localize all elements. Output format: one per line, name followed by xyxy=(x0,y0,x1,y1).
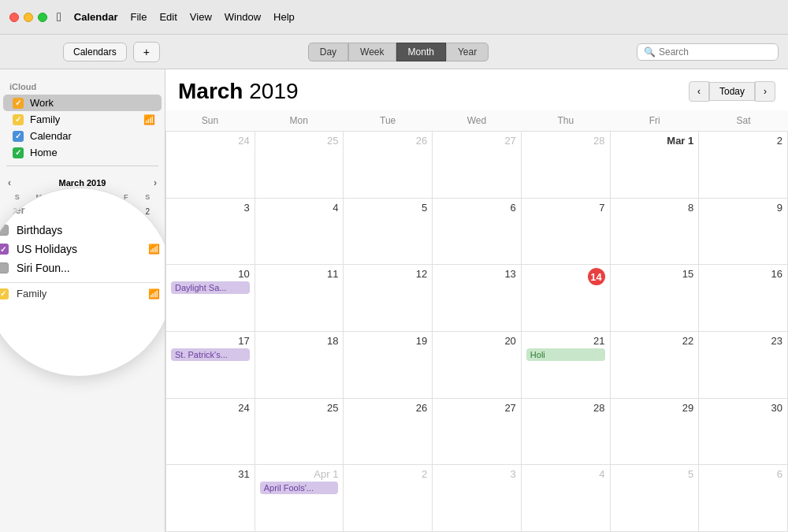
calendars-button[interactable]: Calendars xyxy=(63,43,127,61)
week-view-button[interactable]: Week xyxy=(348,43,396,61)
cal-cell-mar10[interactable]: 10 Daylight Sa... xyxy=(166,265,255,332)
search-box[interactable]: 🔍 xyxy=(637,43,779,61)
add-calendar-button[interactable]: + xyxy=(133,42,160,62)
cal-cell-mar20[interactable]: 20 xyxy=(433,332,522,399)
month-view-button[interactable]: Month xyxy=(396,43,446,61)
tooltip-item-us-holidays[interactable]: ✓ US Holidays 📶 xyxy=(0,240,160,259)
cal-cell-mar25[interactable]: 25 xyxy=(255,399,344,466)
sidebar-label-family: Family xyxy=(30,113,143,125)
calendar-header: March 2019 ‹ Today › xyxy=(165,69,788,110)
main-container: iCloud ✓ Work ✓ Family 📶 ✓ Calendar ✓ Ho… xyxy=(0,69,788,532)
tooltip-family-row: ✓ Family 📶 xyxy=(0,282,160,299)
traffic-lights xyxy=(9,13,47,22)
menu-help[interactable]: Help xyxy=(267,9,301,24)
cal-cell-mar28[interactable]: 28 xyxy=(522,399,611,466)
cal-cell-mar30[interactable]: 30 xyxy=(699,399,788,466)
menu-view[interactable]: View xyxy=(184,9,218,24)
cal-cell-apr3[interactable]: 3 xyxy=(433,465,522,532)
wifi-icon-family-tooltip: 📶 xyxy=(148,288,160,299)
cal-cell-feb25[interactable]: 25 xyxy=(255,132,344,199)
menu-bar:  Calendar File Edit View Window Help xyxy=(0,0,788,35)
cal-cell-mar16[interactable]: 16 xyxy=(699,265,788,332)
cal-cell-mar14[interactable]: 14 xyxy=(522,265,611,332)
cal-cell-mar7[interactable]: 7 xyxy=(522,199,611,266)
mini-cal-next[interactable]: › xyxy=(154,177,157,188)
event-daylight-saving[interactable]: Daylight Sa... xyxy=(171,281,250,294)
event-april-fools[interactable]: April Fools'... xyxy=(260,482,339,494)
menu-calendar[interactable]: Calendar xyxy=(68,9,125,24)
cal-cell-mar11[interactable]: 11 xyxy=(255,265,344,332)
sidebar-item-calendar[interactable]: ✓ Calendar xyxy=(3,128,162,144)
cal-cell-mar9[interactable]: 9 xyxy=(699,199,788,266)
cal-cell-mar27[interactable]: 27 xyxy=(433,399,522,466)
day-header-tue: Tue xyxy=(344,110,433,131)
apple-menu-icon[interactable]:  xyxy=(57,10,61,24)
next-month-button[interactable]: › xyxy=(755,81,775,102)
cal-cell-mar26[interactable]: 26 xyxy=(344,399,433,466)
wifi-icon-tooltip: 📶 xyxy=(148,244,160,255)
cal-cell-mar2[interactable]: 2 xyxy=(699,132,788,199)
close-button[interactable] xyxy=(9,13,19,22)
event-st-patricks[interactable]: St. Patrick's... xyxy=(171,348,250,361)
work-checkbox: ✓ xyxy=(13,98,24,109)
cal-cell-mar18[interactable]: 18 xyxy=(255,332,344,399)
menu-file[interactable]: File xyxy=(124,9,153,24)
mini-cal-prev[interactable]: ‹ xyxy=(8,177,11,188)
add-icon: + xyxy=(143,46,150,58)
cal-cell-feb28[interactable]: 28 xyxy=(522,132,611,199)
cal-cell-apr1[interactable]: Apr 1 April Fools'... xyxy=(255,465,344,532)
toolbar: Calendars + Day Week Month Year 🔍 xyxy=(0,35,788,69)
cal-cell-mar1[interactable]: Mar 1 xyxy=(611,132,700,199)
calendar-month: March xyxy=(178,79,243,103)
cal-cell-mar22[interactable]: 22 xyxy=(611,332,700,399)
menu-edit[interactable]: Edit xyxy=(153,9,183,24)
tooltip-family-checkbox: ✓ xyxy=(0,288,9,299)
cal-cell-mar8[interactable]: 8 xyxy=(611,199,700,266)
cal-cell-mar23[interactable]: 23 xyxy=(699,332,788,399)
fullscreen-button[interactable] xyxy=(38,13,47,22)
cal-cell-mar6[interactable]: 6 xyxy=(433,199,522,266)
cal-cell-mar17[interactable]: 17 St. Patrick's... xyxy=(166,332,255,399)
cal-cell-apr2[interactable]: 2 xyxy=(344,465,433,532)
cal-cell-apr4[interactable]: 4 xyxy=(522,465,611,532)
event-holi[interactable]: Holi xyxy=(526,348,605,361)
cal-cell-mar29[interactable]: 29 xyxy=(611,399,700,466)
cal-cell-apr6[interactable]: 6 xyxy=(699,465,788,532)
year-view-button[interactable]: Year xyxy=(446,43,489,61)
tooltip-label-siri: Siri Foun... xyxy=(17,262,70,274)
prev-month-button[interactable]: ‹ xyxy=(689,81,709,102)
cal-cell-feb27[interactable]: 27 xyxy=(433,132,522,199)
icloud-header: iCloud xyxy=(0,76,165,95)
cal-cell-mar31[interactable]: 31 xyxy=(166,465,255,532)
today-button[interactable]: Today xyxy=(709,82,755,101)
cal-cell-mar4[interactable]: 4 xyxy=(255,199,344,266)
menu-bar-items:  Calendar File Edit View Window Help xyxy=(57,9,301,24)
tooltip-item-siri[interactable]: Siri Foun... xyxy=(0,259,160,277)
family-checkbox: ✓ xyxy=(13,114,24,125)
cal-cell-mar15[interactable]: 15 xyxy=(611,265,700,332)
wifi-icon-family: 📶 xyxy=(143,114,155,125)
cal-cell-mar5[interactable]: 5 xyxy=(344,199,433,266)
minimize-button[interactable] xyxy=(24,13,33,22)
cal-cell-mar3[interactable]: 3 xyxy=(166,199,255,266)
cal-cell-mar24[interactable]: 24 xyxy=(166,399,255,466)
cal-cell-apr5[interactable]: 5 xyxy=(611,465,700,532)
calendar-nav: ‹ Today › xyxy=(689,81,775,102)
day-view-button[interactable]: Day xyxy=(308,43,348,61)
cal-cell-mar13[interactable]: 13 xyxy=(433,265,522,332)
sidebar-item-work[interactable]: ✓ Work xyxy=(3,95,162,111)
calendar-year-val: 2019 xyxy=(249,79,298,103)
menu-window[interactable]: Window xyxy=(218,9,267,24)
cal-cell-feb26[interactable]: 26 xyxy=(344,132,433,199)
cal-cell-feb24[interactable]: 24 xyxy=(166,132,255,199)
mini-cal-month-label: March 2019 xyxy=(59,178,106,188)
cal-cell-mar12[interactable]: 12 xyxy=(344,265,433,332)
day-header-sat: Sat xyxy=(699,110,788,131)
search-input[interactable] xyxy=(659,47,771,58)
cal-cell-mar21[interactable]: 21 Holi xyxy=(522,332,611,399)
tooltip-item-birthdays[interactable]: Birthdays xyxy=(0,221,160,240)
cal-cell-mar19[interactable]: 19 xyxy=(344,332,433,399)
sidebar-item-home[interactable]: ✓ Home xyxy=(3,144,162,161)
day-header-wed: Wed xyxy=(433,110,522,131)
sidebar-item-family[interactable]: ✓ Family 📶 xyxy=(3,111,162,128)
